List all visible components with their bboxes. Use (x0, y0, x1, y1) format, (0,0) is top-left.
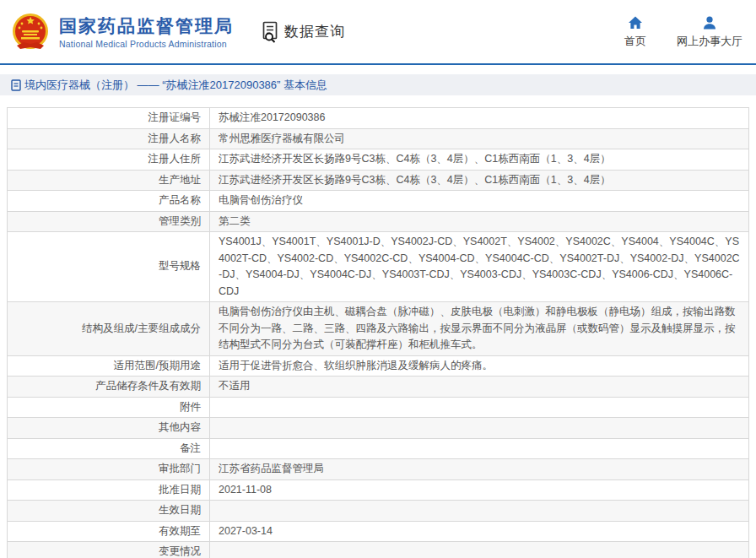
table-row: 管理类别第二类 (8, 211, 749, 232)
row-value: 2021-11-08 (210, 479, 749, 501)
row-value (210, 397, 749, 418)
row-value: 适用于促进骨折愈合、软组织肿胀消退及缓解病人的疼痛。 (210, 355, 749, 377)
breadcrumb-text: 境内医疗器械（注册） —— “苏械注准20172090386” 基本信息 (24, 78, 327, 93)
nav-item-home[interactable]: 首页 (624, 15, 646, 49)
info-table-body: 注册证编号苏械注准20172090386注册人名称常州思雅医疗器械有限公司注册人… (8, 108, 749, 558)
row-value: 电脑骨创伤治疗仪 (210, 191, 749, 212)
registration-info-panel: 注册证编号苏械注准20172090386注册人名称常州思雅医疗器械有限公司注册人… (7, 107, 749, 558)
row-value: 常州思雅医疗器械有限公司 (210, 128, 749, 149)
row-label: 适用范围/预期用途 (8, 355, 210, 377)
row-label: 型号规格 (8, 232, 210, 302)
row-value: 江苏武进经济开发区长扬路9号C3栋、C4栋（3、4层）、C1栋西南面（1、3、4… (210, 170, 749, 191)
table-row: 结构及组成/主要组成成分电脑骨创伤治疗仪由主机、磁耦合盘（脉冲磁）、皮肤电极（电… (8, 302, 749, 356)
row-label: 有效期至 (8, 521, 210, 542)
row-value: 电脑骨创伤治疗仪由主机、磁耦合盘（脉冲磁）、皮肤电极（电刺激）和静电极板（静电场… (210, 302, 749, 356)
home-icon (628, 15, 643, 30)
row-label: 管理类别 (8, 211, 210, 232)
row-label: 注册证编号 (8, 108, 210, 129)
data-query-label: 数据查询 (284, 22, 345, 41)
registration-info-table: 注册证编号苏械注准20172090386注册人名称常州思雅医疗器械有限公司注册人… (7, 107, 749, 558)
row-label: 注册人住所 (8, 149, 210, 171)
site-title-cn: 国家药品监督管理局 (59, 15, 234, 37)
row-value (210, 418, 749, 439)
table-row: 适用范围/预期用途适用于促进骨折愈合、软组织肿胀消退及缓解病人的疼痛。 (8, 355, 749, 377)
national-emblem-logo (10, 12, 51, 52)
user-icon (702, 15, 717, 30)
row-label: 审批部门 (8, 459, 210, 480)
table-row: 备注 (8, 438, 749, 459)
row-value: 第二类 (210, 211, 749, 232)
table-row: 生效日期 (8, 501, 749, 522)
row-value: 不适用 (210, 377, 749, 398)
table-row: 有效期至2027-03-14 (8, 521, 749, 542)
table-row: 注册人名称常州思雅医疗器械有限公司 (8, 128, 749, 149)
table-row: 产品名称电脑骨创伤治疗仪 (8, 191, 749, 212)
document-icon (11, 79, 21, 91)
row-label: 变更情况 (8, 542, 210, 558)
table-row: 审批部门江苏省药品监督管理局 (8, 459, 749, 480)
table-row: 其他内容 (8, 418, 749, 439)
row-value: 江苏武进经济开发区长扬路9号C3栋、C4栋（3、4层）、C1栋西南面（1、3、4… (210, 149, 749, 171)
row-label: 其他内容 (8, 418, 210, 439)
row-label: 生效日期 (8, 501, 210, 522)
site-title-en: National Medical Products Administration (59, 39, 234, 49)
row-value: YS4001J、YS4001T、YS4001J-D、YS4002J-CD、YS4… (210, 232, 749, 302)
table-row: 型号规格YS4001J、YS4001T、YS4001J-D、YS4002J-CD… (8, 232, 749, 302)
top-nav: 首页 网上办事大厅 (624, 15, 742, 49)
row-value (210, 438, 749, 459)
nav-home-label: 首页 (624, 34, 646, 49)
table-row: 批准日期2021-11-08 (8, 479, 749, 501)
row-label: 产品名称 (8, 191, 210, 212)
table-row: 产品储存条件及有效期不适用 (8, 377, 749, 398)
site-title-block: 国家药品监督管理局 National Medical Products Admi… (59, 15, 234, 49)
table-row: 注册证编号苏械注准20172090386 (8, 108, 749, 129)
row-label: 生产地址 (8, 170, 210, 191)
row-label: 批准日期 (8, 479, 210, 501)
row-value (210, 501, 749, 522)
table-row: 注册人住所江苏武进经济开发区长扬路9号C3栋、C4栋（3、4层）、C1栋西南面（… (8, 149, 749, 171)
row-value: 苏械注准20172090386 (210, 108, 749, 129)
table-row: 附件 (8, 397, 749, 418)
row-label: 备注 (8, 438, 210, 459)
nav-item-service-hall[interactable]: 网上办事大厅 (677, 15, 742, 49)
row-value: 2027-03-14 (210, 521, 749, 542)
row-label: 产品储存条件及有效期 (8, 377, 210, 398)
breadcrumb: 境内医疗器械（注册） —— “苏械注准20172090386” 基本信息 (0, 74, 756, 95)
data-query-section: 数据查询 (261, 21, 345, 43)
row-label: 结构及组成/主要组成成分 (8, 302, 210, 356)
site-header: 国家药品监督管理局 National Medical Products Admi… (0, 0, 756, 65)
data-query-icon (261, 21, 281, 43)
row-label: 注册人名称 (8, 128, 210, 149)
row-value: 江苏省药品监督管理局 (210, 459, 749, 480)
row-label: 附件 (8, 397, 210, 418)
table-row: 变更情况 (8, 542, 749, 558)
row-value (210, 542, 749, 558)
nav-service-hall-label: 网上办事大厅 (677, 34, 742, 49)
table-row: 生产地址江苏武进经济开发区长扬路9号C3栋、C4栋（3、4层）、C1栋西南面（1… (8, 170, 749, 191)
